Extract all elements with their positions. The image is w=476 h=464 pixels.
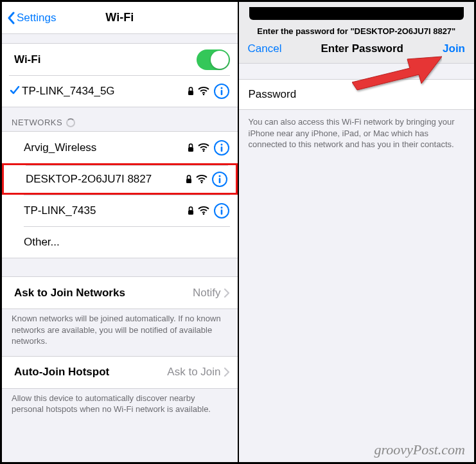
back-label: Settings: [17, 12, 56, 24]
sheet-title: Enter Password: [321, 42, 403, 55]
background-bar: [249, 7, 464, 20]
lock-icon: [188, 206, 194, 215]
join-button[interactable]: Join: [443, 42, 465, 55]
svg-point-16: [202, 213, 204, 215]
nav-header: Settings Wi-Fi: [2, 2, 238, 34]
info-icon[interactable]: [213, 83, 230, 100]
wifi-toggle-row: Wi-Fi: [2, 44, 238, 75]
svg-rect-0: [188, 91, 193, 95]
svg-point-13: [218, 175, 220, 177]
ask-to-join-footnote: Known networks will be joined automatica…: [2, 309, 238, 356]
ask-to-join-label: Ask to Join Networks: [12, 287, 193, 299]
lock-icon: [186, 175, 192, 184]
info-icon[interactable]: [211, 171, 228, 188]
network-row[interactable]: Arvig_Wireless: [2, 132, 238, 163]
other-label: Other...: [24, 236, 230, 249]
wifi-toggle-label: Wi-Fi: [12, 53, 197, 66]
network-name: Arvig_Wireless: [24, 141, 188, 154]
network-name: DESKTOP-2O6JU7I 8827: [26, 173, 186, 186]
password-hint: You can also access this Wi-Fi network b…: [239, 110, 475, 159]
svg-point-11: [200, 182, 202, 184]
chevron-right-icon: [224, 367, 230, 377]
enter-password-pane: Enter the password for "DESKTOP-2O6JU7I …: [238, 1, 475, 463]
wifi-signal-icon: [198, 206, 209, 215]
loading-spinner-icon: [66, 118, 75, 127]
svg-rect-14: [218, 178, 220, 183]
sheet-header: Cancel Enter Password Join: [239, 40, 475, 64]
sheet-top: Enter the password for "DESKTOP-2O6JU7I …: [239, 2, 475, 40]
chevron-right-icon: [224, 288, 230, 298]
network-row[interactable]: TP-LINK_7435: [2, 195, 238, 226]
wifi-signal-icon: [196, 175, 207, 184]
auto-join-hotspot-row[interactable]: Auto-Join Hotspot Ask to Join: [2, 357, 238, 388]
auto-join-hotspot-value: Ask to Join: [167, 366, 220, 379]
checkmark-icon: [9, 84, 22, 99]
connected-network-name: TP-LINK_7434_5G: [22, 85, 188, 98]
chevron-left-icon: [7, 12, 15, 24]
svg-point-3: [220, 87, 222, 89]
auto-join-hotspot-footnote: Allow this device to automatically disco…: [2, 389, 238, 424]
svg-rect-9: [220, 147, 222, 152]
networks-section-header: NETWORKS: [2, 107, 238, 131]
password-row[interactable]: Password: [239, 79, 475, 110]
ask-to-join-value: Notify: [193, 287, 220, 299]
wifi-signal-icon: [198, 143, 209, 152]
wifi-settings-pane: Settings Wi-Fi Wi-Fi TP-LINK_7434_5G: [1, 1, 238, 463]
wifi-toggle[interactable]: [197, 49, 230, 70]
network-name: TP-LINK_7435: [24, 204, 188, 217]
network-row[interactable]: DESKTOP-2O6JU7I 8827: [2, 163, 238, 195]
watermark: groovyPost.com: [374, 442, 465, 458]
svg-rect-5: [188, 147, 193, 152]
svg-point-6: [202, 150, 204, 152]
svg-rect-10: [186, 179, 191, 183]
info-icon[interactable]: [213, 202, 230, 219]
ask-to-join-row[interactable]: Ask to Join Networks Notify: [2, 277, 238, 308]
svg-point-8: [220, 143, 222, 145]
network-list: Arvig_WirelessDESKTOP-2O6JU7I 8827TP-LIN…: [2, 131, 238, 258]
lock-icon: [188, 143, 194, 152]
info-icon[interactable]: [213, 139, 230, 156]
svg-rect-4: [220, 90, 222, 95]
password-label: Password: [249, 88, 297, 101]
other-network-row[interactable]: Other...: [2, 226, 238, 258]
sheet-subtitle: Enter the password for "DESKTOP-2O6JU7I …: [247, 20, 467, 40]
svg-rect-15: [188, 210, 193, 215]
auto-join-hotspot-label: Auto-Join Hotspot: [12, 366, 167, 379]
svg-rect-19: [220, 210, 222, 215]
back-to-settings-button[interactable]: Settings: [2, 12, 61, 24]
wifi-signal-icon: [198, 87, 209, 96]
svg-point-1: [202, 94, 204, 96]
cancel-button[interactable]: Cancel: [248, 42, 282, 55]
connected-network-row[interactable]: TP-LINK_7434_5G: [2, 75, 238, 107]
svg-point-18: [220, 207, 222, 209]
lock-icon: [188, 87, 194, 96]
